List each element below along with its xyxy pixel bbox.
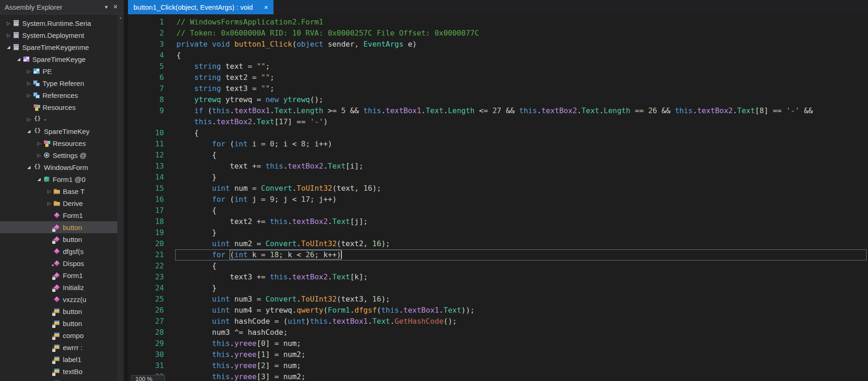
code-line[interactable]: 17 { <box>128 205 868 216</box>
code-line[interactable]: 32 this.yreee[3] = num2; <box>128 371 868 381</box>
code-line[interactable]: 10 { <box>128 127 868 139</box>
code-line[interactable]: 3private void button1_Click(object sende… <box>128 39 868 50</box>
panel-splitter[interactable] <box>124 0 128 381</box>
expanded-chevron-icon[interactable]: ◢ <box>15 57 23 61</box>
tree-item[interactable]: Resources <box>0 101 124 113</box>
zoom-level-dropdown[interactable]: 100 % <box>131 375 165 381</box>
tree-item[interactable]: ▷System.Runtime.Seria <box>0 17 124 29</box>
code-line[interactable]: 26 uint num4 = ytrewq.qwerty(Form1.dfgsf… <box>128 305 868 316</box>
tree-item[interactable]: ewrrr : <box>0 341 124 353</box>
tree-item[interactable]: ▷System.Deployment <box>0 29 124 41</box>
collapsed-chevron-icon[interactable]: ▷ <box>25 69 33 74</box>
code-editor[interactable]: 1// WindowsFormsApplication2.Form12// To… <box>128 14 868 381</box>
line-number: 24 <box>128 283 164 294</box>
tree-item[interactable]: ◢{}WindowsForm <box>0 161 124 173</box>
expanded-chevron-icon[interactable]: ◢ <box>25 165 33 169</box>
tree-item[interactable]: ▷References <box>0 89 124 101</box>
code-line[interactable]: 25 uint num3 = Convert.ToUInt32(text3, 1… <box>128 294 868 305</box>
indent-guide <box>212 272 212 283</box>
collapsed-chevron-icon[interactable]: ▷ <box>45 189 53 194</box>
code-line[interactable]: 8 ytrewq ytrewq = new ytrewq(); <box>128 94 868 105</box>
tree-item[interactable]: ▷Resources <box>0 137 124 149</box>
code-line[interactable]: 15 uint num = Convert.ToUInt32(text, 16)… <box>128 183 868 194</box>
code-line[interactable]: 13 text += this.textBox2.Text[i]; <box>128 161 868 172</box>
tree-item[interactable]: ▷{}- <box>0 113 124 125</box>
code-line[interactable]: 11 for (int i = 0; i < 8; i++) <box>128 139 868 150</box>
tree-item[interactable]: vxzzz(u <box>0 293 124 305</box>
assembly-explorer-header: Assembly Explorer ▾ × <box>0 0 124 14</box>
tree-item[interactable] <box>0 377 124 381</box>
code-line[interactable]: 29 this.yreee[0] = num; <box>128 338 868 349</box>
collapsed-chevron-icon[interactable]: ▷ <box>35 153 43 158</box>
tree-item-label: Resources <box>53 139 86 147</box>
tree-item[interactable]: *Dispos <box>0 257 124 269</box>
panel-close-icon[interactable]: × <box>111 3 120 11</box>
tab-close-icon[interactable]: × <box>264 3 268 11</box>
code-line[interactable]: 7 string text3 = ""; <box>128 83 868 94</box>
code-line[interactable]: 30 this.yreee[1] = num2; <box>128 349 868 360</box>
code-text: this.yreee[1] = num2; <box>164 349 868 360</box>
tree-item[interactable]: Initializ <box>0 281 124 293</box>
tree-item[interactable]: Form1 <box>0 209 124 221</box>
code-text: // Token: 0x0600000A RID: 10 RVA: 0x0000… <box>164 28 868 39</box>
expanded-chevron-icon[interactable]: ◢ <box>35 177 43 181</box>
tree-item[interactable]: Form1 <box>0 269 124 281</box>
lock-icon <box>52 289 55 292</box>
scroll-up-icon[interactable]: ▲ <box>117 14 124 20</box>
code-line[interactable]: 9 if (this.textBox1.Text.Length >= 5 && … <box>128 105 868 116</box>
code-line[interactable]: 18 text2 += this.textBox2.Text[j]; <box>128 216 868 227</box>
tree-item[interactable]: ▷PE <box>0 65 124 77</box>
collapsed-chevron-icon[interactable]: ▷ <box>5 33 12 38</box>
expanded-chevron-icon[interactable]: ◢ <box>25 129 33 133</box>
tree-item[interactable]: button <box>0 233 124 245</box>
tree-item[interactable]: ◢SpareTimeKeyge <box>0 53 124 65</box>
tree-scrollbar[interactable]: ▲ <box>117 14 124 381</box>
panel-menu-caret-icon[interactable]: ▾ <box>102 4 111 10</box>
collapsed-chevron-icon[interactable]: ▷ <box>25 81 33 86</box>
code-line[interactable]: 24 } <box>128 283 868 294</box>
expanded-chevron-icon[interactable]: ◢ <box>5 45 12 49</box>
tree-item[interactable]: ▷Type Referen <box>0 77 124 89</box>
tree-item[interactable]: ◢Form1 @0 <box>0 173 124 185</box>
code-line[interactable]: 6 string text2 = ""; <box>128 72 868 83</box>
code-line[interactable]: this.textBox2.Text[17] == '-') <box>128 116 868 127</box>
collapsed-chevron-icon[interactable]: ▷ <box>5 21 12 26</box>
collapsed-chevron-icon[interactable]: ▷ <box>25 117 33 122</box>
tree-item[interactable]: ▷Derive <box>0 197 124 209</box>
tree-item[interactable]: label1 <box>0 353 124 365</box>
code-text: text3 += this.textBox2.Text[k]; <box>164 272 868 283</box>
code-line[interactable]: 28 num3 ^= hashCode; <box>128 327 868 338</box>
code-text: this.yreee[0] = num; <box>164 338 868 349</box>
code-text: this.yreee[2] = num; <box>164 360 868 371</box>
tab-button1-click[interactable]: button1_Click(object, EventArgs) : void … <box>128 0 273 14</box>
code-line[interactable]: 19 } <box>128 227 868 238</box>
code-line[interactable]: 16 for (int j = 9; j < 17; j++) <box>128 194 868 205</box>
tree-item[interactable]: button <box>0 221 124 233</box>
tree-item[interactable]: ◢{}SpareTimeKey <box>0 125 124 137</box>
code-line[interactable]: 31 this.yreee[2] = num; <box>128 360 868 371</box>
line-number: 20 <box>128 238 164 249</box>
collapsed-chevron-icon[interactable]: ▷ <box>25 93 33 98</box>
code-line[interactable]: 23 text3 += this.textBox2.Text[k]; <box>128 272 868 283</box>
tree-item[interactable]: textBo <box>0 365 124 377</box>
tree-item[interactable]: ◢SpareTimeKeygenme <box>0 41 124 53</box>
code-text: num3 ^= hashCode; <box>164 327 868 338</box>
tree-item[interactable]: button <box>0 305 124 317</box>
tree-item[interactable]: compo <box>0 329 124 341</box>
code-line[interactable]: 20 uint num2 = Convert.ToUInt32(text2, 1… <box>128 238 868 249</box>
tree-item[interactable]: button <box>0 317 124 329</box>
code-line[interactable]: 4{ <box>128 50 868 61</box>
code-line[interactable]: 5 string text = ""; <box>128 61 868 72</box>
code-line[interactable]: 22 { <box>128 260 868 272</box>
tree-item[interactable]: ▷Settings @ <box>0 149 124 161</box>
collapsed-chevron-icon[interactable]: ▷ <box>45 201 53 206</box>
tree-item[interactable]: ▷Base T <box>0 185 124 197</box>
code-line[interactable]: 14 } <box>128 172 868 183</box>
code-line[interactable]: 21 for (int k = 18; k < 26; k++) <box>128 249 868 260</box>
collapsed-chevron-icon[interactable]: ▷ <box>35 141 43 146</box>
code-line[interactable]: 12 { <box>128 150 868 161</box>
tree-item[interactable]: dfgsf(s <box>0 245 124 257</box>
code-line[interactable]: 27 uint hashCode = (uint)this.textBox1.T… <box>128 316 868 327</box>
code-line[interactable]: 2// Token: 0x0600000A RID: 10 RVA: 0x000… <box>128 28 868 39</box>
code-line[interactable]: 1// WindowsFormsApplication2.Form1 <box>128 17 868 28</box>
